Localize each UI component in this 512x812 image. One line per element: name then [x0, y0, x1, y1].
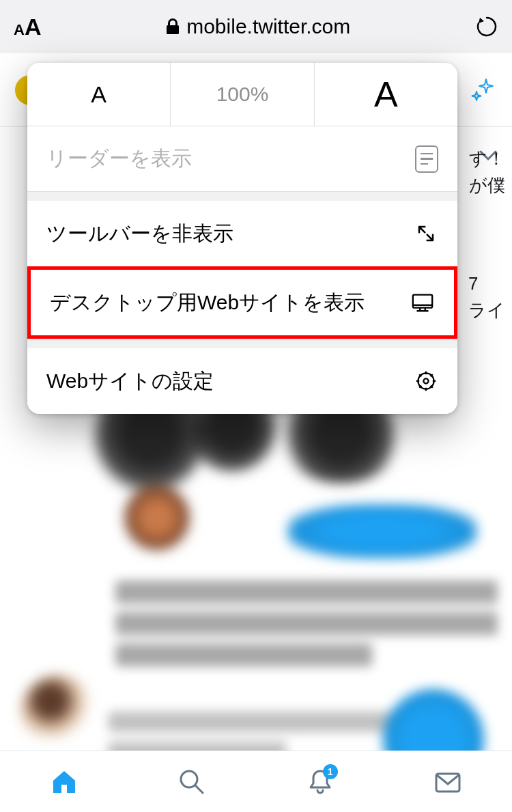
zoom-control-row: A 100% A: [27, 63, 457, 126]
reader-icon: [415, 145, 438, 173]
background-text-fragment: す！ が僕: [469, 145, 505, 199]
blurred-feed: [0, 381, 512, 751]
url-text: mobile.twitter.com: [186, 15, 350, 38]
background-text-fragment: 7 ライ: [468, 270, 505, 324]
zoom-level-display[interactable]: 100%: [170, 63, 314, 126]
url-display[interactable]: mobile.twitter.com: [41, 15, 475, 38]
menu-label: Webサイトの設定: [46, 367, 214, 395]
zoom-out-button[interactable]: A: [27, 63, 170, 126]
reader-label: リーダーを表示: [46, 145, 192, 173]
menu-label: ツールバーを非表示: [46, 220, 233, 248]
text-size-button[interactable]: AA: [14, 14, 41, 40]
svg-line-16: [195, 785, 203, 793]
safari-url-bar: AA mobile.twitter.com: [0, 0, 512, 53]
website-settings-item[interactable]: Webサイトの設定: [27, 348, 457, 414]
aa-popover-menu: A 100% A リーダーを表示 ツールバーを非表示 デスクトップ用Webサイト…: [27, 63, 457, 414]
aa-big-icon: A: [25, 14, 42, 40]
sparkle-icon[interactable]: [470, 76, 497, 104]
lock-icon: [166, 18, 180, 35]
desktop-icon: [410, 290, 435, 315]
reload-icon[interactable]: [475, 15, 498, 38]
gear-icon: [414, 369, 438, 393]
aa-small-icon: A: [14, 21, 25, 39]
zoom-in-button[interactable]: A: [315, 63, 457, 126]
svg-point-6: [423, 378, 428, 383]
request-desktop-site-item[interactable]: デスクトップ用Webサイトを表示: [31, 270, 454, 335]
menu-label: デスクトップ用Webサイトを表示: [50, 289, 365, 317]
expand-arrows-icon: [414, 221, 438, 246]
twitter-bottom-nav: 1: [0, 751, 512, 812]
show-reader-item: リーダーを表示: [27, 126, 457, 191]
notifications-tab[interactable]: 1: [305, 767, 335, 797]
hide-toolbar-item[interactable]: ツールバーを非表示: [27, 201, 457, 266]
home-tab[interactable]: [49, 767, 79, 797]
search-tab[interactable]: [177, 767, 207, 797]
notification-badge: 1: [323, 764, 338, 779]
messages-tab[interactable]: [433, 767, 463, 797]
highlight-annotation: デスクトップ用Webサイトを表示: [27, 266, 457, 339]
